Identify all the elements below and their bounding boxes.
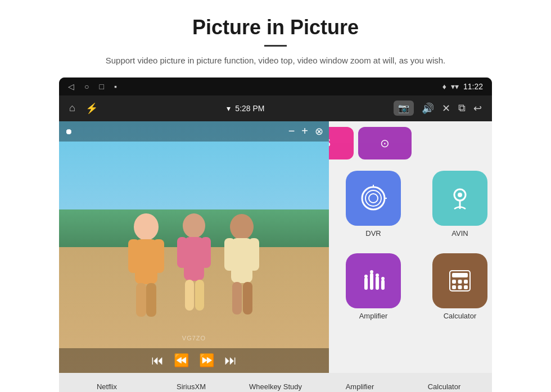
svg-rect-27 <box>370 273 373 290</box>
svg-rect-9 <box>201 237 211 268</box>
svg-point-33 <box>381 277 385 280</box>
pip-resize-controls[interactable]: − + ⊗ <box>288 125 323 138</box>
netflix-bottom-label[interactable]: Netflix <box>65 382 149 391</box>
toolbar-right: 📷 🔊 ✕ ⧉ ↩ <box>394 101 482 116</box>
svg-rect-14 <box>224 238 235 271</box>
dvr-app-cell[interactable]: DVR <box>337 171 410 238</box>
svg-point-0 <box>134 213 159 240</box>
home-nav-icon[interactable]: ○ <box>84 82 89 91</box>
pip-minus-btn[interactable]: − <box>288 125 295 138</box>
status-bar: ◁ ○ □ ▪ ♦ ▾▾ 11:22 <box>59 78 492 95</box>
page-header: Picture in Picture Support video picture… <box>0 0 551 78</box>
svg-rect-8 <box>177 237 187 268</box>
close-icon[interactable]: ✕ <box>442 102 450 115</box>
svg-rect-35 <box>452 273 468 277</box>
svg-rect-15 <box>249 238 259 271</box>
svg-point-6 <box>183 213 205 238</box>
toolbar-time: 5:28 PM <box>235 104 264 113</box>
avin-label: AVIN <box>451 229 468 238</box>
pip-plus-btn[interactable]: + <box>301 125 308 138</box>
person-2-svg <box>171 210 216 322</box>
people-scene <box>86 171 302 322</box>
pip-video-overlay[interactable]: ⏺ − + ⊗ ⏮ ⏪ ⏩ ⏭ VG7ZO <box>59 121 335 373</box>
svg-rect-41 <box>464 285 468 289</box>
home-icon[interactable]: ⌂ <box>69 102 75 114</box>
pip-video: ⏺ − + ⊗ ⏮ ⏪ ⏩ ⏭ VG7ZO <box>59 121 329 373</box>
status-time: 11:22 <box>463 82 483 91</box>
svg-point-20 <box>369 194 378 203</box>
svg-point-30 <box>364 275 368 278</box>
avin-app-cell[interactable]: AVIN <box>423 171 492 238</box>
siriusxm-bottom-label[interactable]: SiriusXM <box>149 382 233 391</box>
avin-icon-svg <box>445 184 475 213</box>
svg-point-12 <box>230 214 254 240</box>
toolbar-left: ⌂ ⚡ <box>69 102 98 115</box>
calculator-label: Calculator <box>444 312 477 320</box>
svg-rect-11 <box>195 280 204 311</box>
svg-rect-37 <box>458 280 462 284</box>
svg-point-32 <box>376 274 379 277</box>
back-icon[interactable]: ↩ <box>473 102 482 115</box>
svg-rect-36 <box>452 280 456 284</box>
calculator-label-text: Calculator <box>428 382 461 391</box>
calculator-icon-svg <box>445 266 475 295</box>
main-content: ⏺ − + ⊗ ⏮ ⏪ ⏩ ⏭ VG7ZO <box>59 121 492 373</box>
app-grid-right: N S ⊙ <box>323 121 492 373</box>
next-btn[interactable]: ⏭ <box>224 353 237 368</box>
camera-icon[interactable]: 📷 <box>394 101 414 116</box>
amplifier-app-icon[interactable] <box>346 253 401 308</box>
svg-rect-5 <box>146 283 156 317</box>
dvr-icon-svg <box>359 184 388 213</box>
calculator-app-cell[interactable]: Calculator <box>423 253 492 320</box>
main-app-grid: DVR AVIN <box>332 166 483 325</box>
back-nav-icon[interactable]: ◁ <box>68 82 74 91</box>
amplifier-label: Amplifier <box>359 312 388 320</box>
svg-rect-2 <box>128 239 139 273</box>
rewind-btn[interactable]: ⏪ <box>174 353 189 368</box>
title-divider <box>264 45 287 47</box>
pip-playback-bar[interactable]: ⏮ ⏪ ⏩ ⏭ <box>59 348 329 373</box>
calculator-app-icon[interactable] <box>432 253 487 308</box>
device-frame: ◁ ○ □ ▪ ♦ ▾▾ 11:22 ⌂ ⚡ ▾ 5:28 PM 📷 🔊 ✕ ⧉… <box>59 78 492 393</box>
svg-rect-17 <box>243 282 252 314</box>
pip-close-btn[interactable]: ⊗ <box>315 125 323 138</box>
app-toolbar: ⌂ ⚡ ▾ 5:28 PM 📷 🔊 ✕ ⧉ ↩ <box>59 95 492 121</box>
svg-point-25 <box>458 193 462 197</box>
pip-icon[interactable]: ⧉ <box>458 102 466 114</box>
netflix-label-text: Netflix <box>97 382 117 391</box>
calculator-bottom-label[interactable]: Calculator <box>402 382 486 391</box>
bottom-labels-bar: Netflix SiriusXM Wheelkey Study Amplifie… <box>59 373 492 393</box>
svg-rect-28 <box>376 276 379 290</box>
volume-icon[interactable]: 🔊 <box>422 102 434 115</box>
page-title: Picture in Picture <box>34 16 517 39</box>
siriusxm-label-text: SiriusXM <box>177 382 206 391</box>
page-subtitle: Support video picture in picture functio… <box>34 54 517 67</box>
svg-rect-3 <box>153 239 164 273</box>
recents-nav-icon[interactable]: □ <box>99 82 103 91</box>
dvr-app-icon[interactable] <box>346 171 401 226</box>
location-icon: ♦ <box>442 82 446 91</box>
signal-icon: ▾▾ <box>451 82 459 91</box>
svg-rect-29 <box>381 280 385 290</box>
forward-btn[interactable]: ⏩ <box>199 353 214 368</box>
wheelkey-label-text: Wheelkey Study <box>249 382 302 391</box>
usb-icon[interactable]: ⚡ <box>85 102 98 115</box>
prev-btn[interactable]: ⏮ <box>151 353 164 368</box>
pip-controls-bar[interactable]: ⏺ − + ⊗ <box>59 121 329 142</box>
svg-rect-40 <box>458 285 462 289</box>
amplifier-app-cell[interactable]: Amplifier <box>337 253 410 320</box>
screenshot-icon[interactable]: ▪ <box>114 82 117 91</box>
wheelkey-bottom-label[interactable]: Wheelkey Study <box>233 382 318 391</box>
svg-point-31 <box>370 270 373 274</box>
person-3-svg <box>219 210 264 322</box>
status-bar-right: ♦ ▾▾ 11:22 <box>442 82 483 91</box>
amplifier-bottom-label[interactable]: Amplifier <box>318 382 402 391</box>
avin-app-icon[interactable] <box>432 171 487 226</box>
dvr-label: DVR <box>365 229 381 238</box>
amplifier-icon-svg <box>359 266 388 295</box>
svg-rect-16 <box>232 282 242 314</box>
wheelkey-app-icon-top[interactable]: ⊙ <box>358 127 412 159</box>
person-1-svg <box>124 210 169 322</box>
pip-record-icon[interactable]: ⏺ <box>65 127 73 136</box>
svg-rect-10 <box>185 280 194 311</box>
